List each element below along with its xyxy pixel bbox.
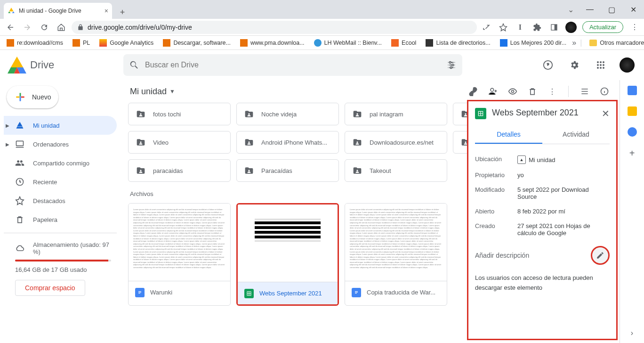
account-avatar[interactable] <box>618 56 636 74</box>
edit-description-button[interactable] <box>591 246 610 265</box>
folder-card[interactable]: fotos tochi <box>128 103 231 125</box>
folder-shared-icon <box>352 109 363 119</box>
settings-icon[interactable] <box>565 56 584 74</box>
profile-avatar[interactable] <box>565 22 577 33</box>
close-window-button[interactable]: ✕ <box>622 0 644 19</box>
side-rail: + › <box>620 80 644 343</box>
close-details-icon[interactable]: ✕ <box>602 108 610 119</box>
folder-card[interactable]: Paracaídas <box>236 159 339 182</box>
add-description[interactable]: Añadir descripción <box>475 252 587 259</box>
forward-button[interactable] <box>21 21 34 34</box>
reload-button[interactable] <box>38 21 51 34</box>
add-addon-icon[interactable]: + <box>629 148 635 159</box>
folder-card[interactable]: paracaidas <box>128 159 231 182</box>
browser-menu-icon[interactable]: ⋮ <box>629 22 640 33</box>
drive-header: Drive <box>0 50 644 80</box>
new-tab-button[interactable]: + <box>116 6 129 19</box>
bookmark-item[interactable]: PL <box>69 37 94 49</box>
folder-card[interactable]: pal intagram <box>345 103 447 125</box>
cloud-icon <box>15 244 24 253</box>
bookmark-item[interactable]: re:download//cms <box>3 37 67 49</box>
bookmark-item[interactable]: Lista de directorios... <box>422 37 494 49</box>
bookmark-item[interactable]: Descargar, software... <box>159 37 234 49</box>
folder-card[interactable]: Takeout <box>345 159 447 182</box>
calendar-icon[interactable] <box>628 86 637 95</box>
people-icon <box>15 158 24 168</box>
search-box[interactable] <box>123 54 462 76</box>
list-view-icon[interactable] <box>579 86 590 97</box>
svg-point-22 <box>248 113 250 114</box>
more-icon[interactable]: ⋮ <box>547 86 558 97</box>
file-card[interactable]: Webs September 2021 <box>236 203 339 306</box>
nav-storage[interactable]: Almacenamiento (usado: 97 %) <box>15 239 111 258</box>
nav-trash[interactable]: Papelera <box>4 210 117 229</box>
close-tab-icon[interactable]: × <box>105 7 108 15</box>
star-icon <box>15 196 24 205</box>
svg-point-13 <box>600 67 602 69</box>
back-button[interactable] <box>4 21 17 34</box>
address-bar[interactable]: drive.google.com/drive/u/0/my-drive <box>72 21 477 34</box>
tasks-icon[interactable] <box>628 127 637 137</box>
drive-logo[interactable]: Drive <box>8 56 120 74</box>
home-button[interactable] <box>55 21 68 34</box>
keep-icon[interactable] <box>628 106 637 116</box>
svg-point-23 <box>356 113 358 114</box>
buy-storage-button[interactable]: Comprar espacio <box>15 280 85 296</box>
nav-recent[interactable]: Reciente <box>4 172 117 191</box>
bookmark-item[interactable]: Ecool <box>387 37 420 49</box>
browser-update-button[interactable]: Actualizar <box>582 21 623 33</box>
lock-icon <box>77 24 84 31</box>
tab-details[interactable]: Detalles <box>475 126 542 144</box>
details-title: Webs September 2021 <box>492 108 596 118</box>
breadcrumb[interactable]: Mi unidad ▼ <box>130 87 175 97</box>
share-person-icon[interactable] <box>487 86 499 97</box>
preview-icon[interactable] <box>507 86 518 97</box>
file-card[interactable]: Lorem ipsum dolor sit amet consectetur a… <box>128 203 231 306</box>
tab-dropdown-icon[interactable]: ⌄ <box>562 0 579 19</box>
extensions-icon[interactable] <box>531 22 543 33</box>
link-icon[interactable] <box>467 86 479 97</box>
folder-shared-icon <box>243 166 255 175</box>
ext-icon-2[interactable] <box>548 22 560 33</box>
browser-tab[interactable]: Mi unidad - Google Drive × <box>4 3 112 19</box>
apps-icon[interactable] <box>591 56 610 74</box>
folder-card[interactable]: Video <box>128 131 231 154</box>
svg-point-28 <box>465 141 466 143</box>
svg-point-27 <box>356 141 358 143</box>
maximize-button[interactable]: ▢ <box>601 0 622 19</box>
folder-shared-icon <box>352 138 363 147</box>
bookmark-item[interactable]: www.pma.downloa... <box>236 37 308 49</box>
other-bookmarks[interactable]: Otros marcadores <box>586 38 644 48</box>
delete-icon[interactable] <box>527 86 538 97</box>
folder-card[interactable]: Android iPhone Whats... <box>236 131 339 154</box>
drive-logo-text: Drive <box>30 59 54 71</box>
star-icon[interactable] <box>498 22 509 33</box>
collapse-rail-icon[interactable]: › <box>631 329 633 337</box>
search-options-icon[interactable] <box>446 60 457 70</box>
bookmark-item[interactable]: Google Analytics <box>96 37 157 49</box>
nav-starred[interactable]: Destacados <box>4 191 117 210</box>
info-icon[interactable] <box>599 86 610 97</box>
bookmarks-overflow-icon[interactable]: » <box>572 39 576 47</box>
file-card[interactable]: Lorem ipsum dolor sit amet consectetur a… <box>345 203 447 306</box>
nav-shared[interactable]: Compartido conmigo <box>4 154 117 172</box>
search-input[interactable] <box>145 61 441 69</box>
url-text: drive.google.com/drive/u/0/my-drive <box>88 24 192 31</box>
svg-point-14 <box>603 67 604 69</box>
bookmark-item[interactable]: LH WebMail :: Bienv... <box>310 37 386 49</box>
ext-icon-1[interactable]: I <box>515 22 526 33</box>
minimize-button[interactable]: — <box>579 0 601 19</box>
bookmark-item[interactable]: Los Mejores 200 dir... <box>496 37 571 49</box>
tab-activity[interactable]: Actividad <box>542 126 610 144</box>
nav-my-drive[interactable]: ▶ Mi unidad <box>4 116 117 135</box>
svg-point-7 <box>600 61 602 63</box>
new-label: Nuevo <box>32 93 51 101</box>
folder-card[interactable]: Noche videja <box>236 103 339 125</box>
new-button[interactable]: Nuevo <box>7 86 58 108</box>
share-icon[interactable] <box>481 22 492 33</box>
nav-computers[interactable]: ▶ Ordenadores <box>4 135 117 154</box>
details-location[interactable]: ▲Mi unidad <box>517 155 610 164</box>
drive-small-icon: ▲ <box>517 155 526 164</box>
support-icon[interactable] <box>539 56 557 74</box>
folder-card[interactable]: Downloadosurce.es/net <box>345 131 447 154</box>
